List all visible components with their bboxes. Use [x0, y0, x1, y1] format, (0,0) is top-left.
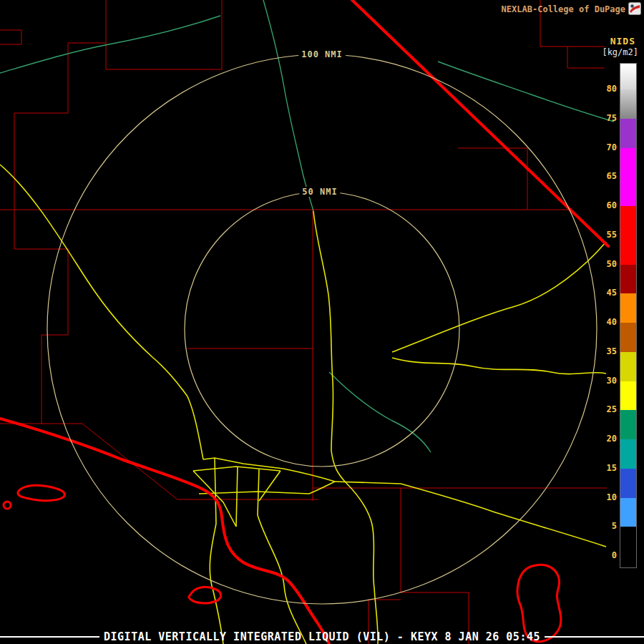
colorbar-tick-label: 65: [607, 171, 617, 181]
colorbar-tick-label: 45: [607, 288, 617, 298]
colorbar-segment: [620, 265, 636, 294]
colorbar-tick-label: 75: [607, 113, 617, 123]
colorbar-tick-label: 60: [607, 200, 617, 210]
colorbar-tick-label: 50: [607, 259, 617, 269]
bold-red-routes: [0, 419, 329, 644]
colorbar-units: [kg/m2]: [602, 47, 638, 57]
rivers: [0, 0, 614, 452]
colorbar-segment: [620, 293, 636, 323]
colorbar-segment: [620, 381, 636, 411]
colorbar-tick-label: 80: [607, 84, 617, 94]
colorbar-tick-label: 30: [607, 376, 617, 386]
colorbar-segment: [620, 323, 636, 352]
nexlab-logo-icon: [628, 2, 641, 15]
colorbar-tick-label: 10: [607, 492, 617, 502]
highways: [0, 165, 606, 644]
colorbar-tick-label: 70: [607, 142, 617, 152]
colorbar: [620, 63, 637, 568]
range-rings: [47, 54, 597, 604]
footer-bar: DIGITAL VERTICALLY INTEGRATED LIQUID (VI…: [0, 630, 644, 643]
product-title: DIGITAL VERTICALLY INTEGRATED LIQUID (VI…: [104, 630, 540, 643]
colorbar-tick-label: 15: [607, 463, 617, 473]
range-ring-50: [185, 192, 459, 467]
range-ring-100: [47, 54, 597, 604]
state-border-line: [352, 0, 608, 246]
colorbar-tick-label: 20: [607, 434, 617, 444]
radar-map: [0, 0, 644, 644]
colorbar-segment: [620, 89, 636, 119]
colorbar-tick-label: 55: [607, 230, 617, 240]
colorbar-segment: [620, 439, 636, 469]
colorbar-segment: [620, 177, 636, 206]
colorbar-segment: [620, 469, 636, 498]
colorbar-title: NIDS: [610, 36, 635, 47]
colorbar-tick-label: 25: [607, 404, 617, 414]
range-ring-label-50: 50 NMI: [299, 187, 340, 197]
colorbar-segment: [620, 235, 636, 265]
colorbar-segment: [620, 64, 636, 89]
colorbar-segment: [620, 119, 636, 148]
footer-rule-left: [0, 636, 99, 638]
colorbar-tick-label: 5: [612, 521, 617, 531]
footer-rule-right: [545, 636, 644, 638]
coast-blobs: [4, 485, 561, 641]
colorbar-segment: [620, 352, 636, 381]
colorbar-segment: [620, 527, 636, 556]
brand-text: NEXLAB-College of DuPage: [502, 4, 625, 14]
range-ring-label-100: 100 NMI: [298, 49, 346, 59]
colorbar-segment: [620, 410, 636, 439]
colorbar-tick-label: 40: [607, 317, 617, 327]
radar-viewer: 100 NMI 50 NMI NEXLAB-College of DuPage …: [0, 0, 644, 644]
colorbar-tick-label: 35: [607, 346, 617, 356]
colorbar-tick-label: 0: [612, 550, 617, 560]
colorbar-segment: [620, 498, 636, 527]
colorbar-segment: [620, 148, 636, 177]
county-borders: [0, 0, 607, 644]
colorbar-segment: [620, 206, 636, 235]
colorbar-segment: [620, 556, 636, 567]
